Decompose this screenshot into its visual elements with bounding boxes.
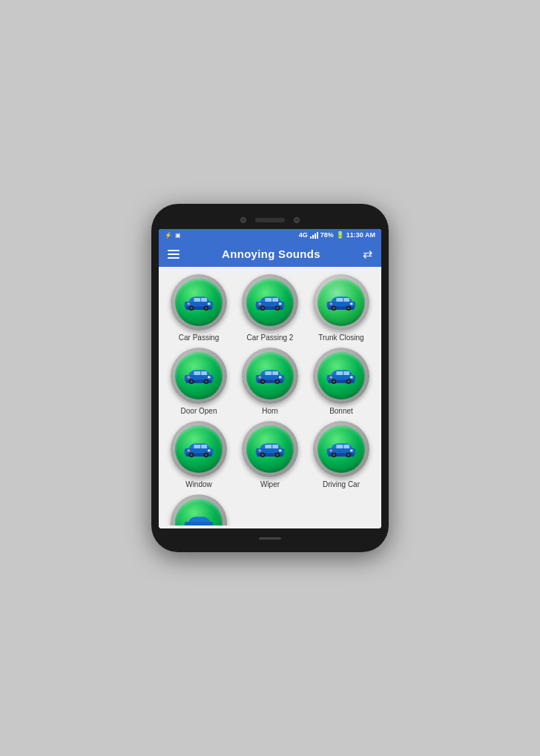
trunk-closing-button[interactable]: [313, 274, 369, 331]
svg-point-75: [276, 454, 278, 456]
list-item[interactable]: Car Passing 2: [237, 274, 303, 342]
driving-car-button[interactable]: [313, 421, 369, 477]
repeat-button[interactable]: ⇄: [363, 247, 372, 261]
svg-point-25: [347, 307, 349, 309]
svg-rect-68: [208, 450, 210, 452]
svg-rect-59: [330, 377, 332, 379]
svg-point-23: [332, 307, 335, 309]
svg-point-85: [347, 454, 349, 456]
sound-label: Driving Car: [323, 480, 360, 488]
svg-rect-76: [265, 445, 271, 448]
usb-icon: ⚡: [165, 232, 172, 239]
svg-rect-37: [201, 371, 207, 375]
bonnet-button[interactable]: [313, 348, 369, 404]
sound-label: Door Open: [181, 407, 217, 415]
phone-top-bar: [159, 214, 381, 229]
car-passing-2-button[interactable]: [242, 274, 298, 331]
svg-point-63: [190, 454, 192, 456]
list-item-partial[interactable]: [166, 494, 231, 525]
svg-rect-56: [336, 371, 343, 375]
svg-rect-6: [194, 298, 200, 302]
signal-icon: [310, 232, 318, 239]
battery-level: 78%: [320, 231, 334, 239]
svg-rect-46: [265, 371, 271, 375]
svg-rect-27: [343, 298, 349, 302]
sound-label: Window: [185, 480, 212, 488]
clock: 11:30 AM: [346, 231, 375, 239]
phone-device: ⚡ ▣ 4G 78% 🔋 11:30 AM Annoying: [151, 204, 389, 552]
sound-grid: Car Passing: [159, 267, 381, 528]
sound-label: Horn: [262, 407, 278, 415]
door-open-button[interactable]: [171, 348, 227, 404]
svg-rect-87: [343, 445, 349, 448]
svg-rect-57: [343, 371, 349, 375]
svg-point-5: [205, 307, 207, 309]
list-item[interactable]: Wiper: [237, 421, 303, 488]
svg-rect-26: [336, 298, 343, 302]
svg-rect-19: [259, 303, 261, 305]
svg-rect-8: [208, 303, 210, 305]
svg-rect-38: [208, 377, 210, 379]
svg-rect-16: [265, 298, 271, 302]
menu-button[interactable]: [168, 250, 180, 259]
partial-sound-button[interactable]: [171, 494, 227, 525]
front-camera: [240, 217, 246, 223]
svg-rect-90: [185, 522, 214, 525]
network-type: 4G: [299, 231, 308, 239]
car-passing-button[interactable]: [171, 274, 227, 331]
phone-bottom-bar: [159, 534, 381, 542]
svg-rect-29: [330, 303, 332, 305]
svg-rect-49: [259, 377, 261, 379]
list-item[interactable]: Horn: [237, 348, 303, 415]
earpiece-speaker: [255, 218, 285, 222]
status-bar: ⚡ ▣ 4G 78% 🔋 11:30 AM: [159, 229, 381, 241]
svg-rect-89: [330, 450, 332, 452]
list-item[interactable]: Car Passing: [166, 274, 231, 342]
list-item[interactable]: Door Open: [166, 348, 231, 415]
app-title: Annoying Sounds: [222, 248, 320, 260]
svg-point-13: [261, 307, 263, 309]
wiper-button[interactable]: [242, 421, 298, 477]
svg-rect-17: [272, 298, 278, 302]
svg-rect-58: [350, 377, 352, 379]
list-item[interactable]: Bonnet: [309, 348, 374, 415]
svg-rect-9: [188, 303, 190, 305]
svg-point-45: [276, 380, 278, 382]
phone-screen: ⚡ ▣ 4G 78% 🔋 11:30 AM Annoying: [159, 229, 381, 528]
battery-icon: 🔋: [336, 231, 344, 239]
svg-rect-36: [194, 371, 200, 375]
svg-rect-7: [201, 298, 207, 302]
svg-rect-77: [272, 445, 278, 448]
sound-label: Bonnet: [329, 407, 353, 415]
svg-point-55: [347, 380, 349, 382]
sound-label: Trunk Closing: [318, 334, 363, 342]
svg-rect-47: [272, 371, 278, 375]
svg-rect-69: [188, 450, 190, 452]
status-bar-right: 4G 78% 🔋 11:30 AM: [299, 231, 375, 239]
svg-point-35: [205, 380, 207, 382]
svg-point-15: [276, 307, 278, 309]
svg-rect-88: [350, 450, 352, 452]
list-item[interactable]: Driving Car: [309, 421, 374, 488]
app-toolbar: Annoying Sounds ⇄: [159, 241, 381, 267]
svg-point-53: [332, 380, 335, 382]
svg-point-65: [205, 454, 207, 456]
list-item[interactable]: Window: [166, 421, 231, 488]
sound-label: Wiper: [260, 480, 280, 488]
svg-point-83: [332, 454, 335, 456]
sim-icon: ▣: [175, 232, 181, 239]
svg-point-33: [190, 380, 192, 382]
svg-rect-79: [259, 450, 261, 452]
svg-rect-39: [188, 377, 190, 379]
svg-rect-86: [336, 445, 343, 448]
list-item[interactable]: Trunk Closing: [309, 274, 374, 342]
sound-label: Car Passing 2: [247, 334, 294, 342]
status-bar-left: ⚡ ▣: [165, 232, 181, 239]
horn-button[interactable]: [242, 348, 298, 404]
window-button[interactable]: [171, 421, 227, 477]
svg-rect-78: [279, 450, 281, 452]
svg-rect-48: [279, 377, 281, 379]
svg-rect-18: [279, 303, 281, 305]
svg-point-3: [190, 307, 192, 309]
svg-point-43: [261, 380, 263, 382]
